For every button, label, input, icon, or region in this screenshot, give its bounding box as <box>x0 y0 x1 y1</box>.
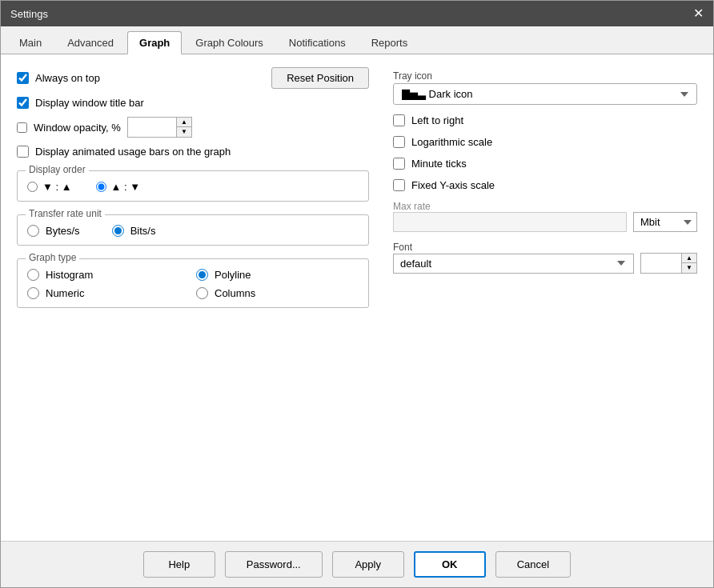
max-rate-row: 0 Mbit Kbit Gbit <box>393 212 697 232</box>
animated-bars-row: Display animated usage bars on the graph <box>17 146 369 158</box>
font-size-spin-up[interactable]: ▲ <box>682 254 696 263</box>
always-on-top-checkbox[interactable] <box>17 72 29 84</box>
always-on-top-label: Always on top <box>35 72 100 84</box>
left-column: Always on top Reset Position Display win… <box>17 67 369 528</box>
tab-graph-colours[interactable]: Graph Colours <box>183 31 275 54</box>
graph-type-legend: Graph type <box>26 252 79 263</box>
tab-advanced[interactable]: Advanced <box>55 31 126 54</box>
tab-reports[interactable]: Reports <box>359 31 420 54</box>
bits-label: Bits/s <box>130 225 156 237</box>
password-button[interactable]: Password... <box>225 551 323 578</box>
graph-type-box: Graph type Histogram Polyline Numeric <box>17 258 369 308</box>
histogram-label: Histogram <box>46 269 93 281</box>
content-area: Always on top Reset Position Display win… <box>1 54 713 541</box>
tab-main[interactable]: Main <box>7 31 54 54</box>
bits-radio[interactable] <box>112 225 124 237</box>
bytes-radio[interactable] <box>27 225 39 237</box>
minute-ticks-checkbox[interactable] <box>393 158 405 170</box>
columns-radio[interactable] <box>196 287 208 299</box>
bytes-option: Bytes/s <box>27 225 80 237</box>
display-order-label2: ▲ : ▼ <box>111 181 141 193</box>
font-size-spinners: ▲ ▼ <box>681 254 696 273</box>
opacity-spin-down[interactable]: ▼ <box>177 127 191 137</box>
font-size-input[interactable]: 0 <box>641 255 681 272</box>
tray-icon-dropdown-wrapper: ▇▅▃ Dark icon Light icon Color icon <box>393 83 697 105</box>
display-order-options: ▼ : ▲ ▲ : ▼ <box>27 181 359 193</box>
opacity-input[interactable]: 50 <box>128 119 176 136</box>
font-size-wrap: 0 ▲ ▼ <box>640 253 697 274</box>
display-order-label1: ▼ : ▲ <box>42 181 72 193</box>
bytes-label: Bytes/s <box>46 225 80 237</box>
polyline-option: Polyline <box>196 269 359 281</box>
opacity-input-wrap: 50 ▲ ▼ <box>127 117 192 138</box>
close-button[interactable]: ✕ <box>693 7 704 20</box>
fixed-y-axis-label: Fixed Y-axis scale <box>411 179 495 191</box>
tab-graph[interactable]: Graph <box>127 31 182 54</box>
polyline-label: Polyline <box>215 269 251 281</box>
logarithmic-scale-row: Logarithmic scale <box>393 136 697 148</box>
tab-bar: Main Advanced Graph Graph Colours Notifi… <box>1 26 713 54</box>
numeric-option: Numeric <box>27 287 190 299</box>
window-opacity-label: Window opacity, % <box>34 122 121 134</box>
reset-position-button[interactable]: Reset Position <box>271 67 369 89</box>
display-order-radio1[interactable] <box>27 182 38 192</box>
display-order-radio2[interactable] <box>96 182 106 192</box>
ok-button[interactable]: OK <box>414 551 486 578</box>
left-to-right-checkbox[interactable] <box>393 114 405 126</box>
max-rate-label: Max rate <box>393 201 697 212</box>
display-order-box: Display order ▼ : ▲ ▲ : ▼ <box>17 170 369 202</box>
font-select[interactable]: default <box>393 254 634 274</box>
window-title: Settings <box>10 8 48 20</box>
font-size-spin-down[interactable]: ▼ <box>682 263 696 273</box>
max-rate-input: 0 <box>393 212 627 232</box>
cancel-button[interactable]: Cancel <box>495 551 571 578</box>
help-button[interactable]: Help <box>143 551 215 578</box>
opacity-spinners: ▲ ▼ <box>176 118 191 137</box>
always-on-top-checkbox-row: Always on top <box>17 72 100 84</box>
display-order-option1: ▼ : ▲ <box>27 181 72 193</box>
graph-type-options: Histogram Polyline Numeric Columns <box>27 269 359 299</box>
numeric-radio[interactable] <box>27 287 39 299</box>
logarithmic-scale-checkbox[interactable] <box>393 136 405 148</box>
numeric-label: Numeric <box>46 287 84 299</box>
font-row: default 0 ▲ ▼ <box>393 253 697 274</box>
display-title-bar-label: Display window title bar <box>35 97 144 109</box>
fixed-y-axis-row: Fixed Y-axis scale <box>393 179 697 191</box>
animated-bars-checkbox[interactable] <box>17 146 29 158</box>
apply-button[interactable]: Apply <box>332 551 404 578</box>
tray-icon-section: Tray icon ▇▅▃ Dark icon Light icon Color… <box>393 70 697 105</box>
bits-option: Bits/s <box>112 225 156 237</box>
font-label: Font <box>393 242 697 253</box>
right-column: Tray icon ▇▅▃ Dark icon Light icon Color… <box>393 67 697 528</box>
tray-icon-label: Tray icon <box>393 70 697 82</box>
always-on-top-row: Always on top Reset Position <box>17 67 369 89</box>
window-opacity-checkbox[interactable] <box>17 122 27 133</box>
mbit-select[interactable]: Mbit Kbit Gbit <box>633 212 697 232</box>
minute-ticks-row: Minute ticks <box>393 158 697 170</box>
polyline-radio[interactable] <box>196 269 208 281</box>
left-to-right-label: Left to right <box>411 114 463 126</box>
display-title-bar-row: Display window title bar <box>17 97 369 109</box>
tray-icon-dropdown[interactable]: ▇▅▃ Dark icon Light icon Color icon <box>393 83 697 105</box>
tab-notifications[interactable]: Notifications <box>277 31 358 54</box>
window-opacity-row: Window opacity, % 50 ▲ ▼ <box>17 117 369 138</box>
left-to-right-row: Left to right <box>393 114 697 126</box>
transfer-rate-box: Transfer rate unit Bytes/s Bits/s <box>17 214 369 246</box>
columns-option: Columns <box>196 287 359 299</box>
transfer-options: Bytes/s Bits/s <box>27 225 359 237</box>
font-section: Font default 0 ▲ ▼ <box>393 242 697 274</box>
animated-bars-label: Display animated usage bars on the graph <box>35 146 231 158</box>
minute-ticks-label: Minute ticks <box>411 158 467 170</box>
fixed-y-axis-checkbox[interactable] <box>393 179 405 191</box>
footer-bar: Help Password... Apply OK Cancel <box>1 541 713 587</box>
title-bar: Settings ✕ <box>1 1 713 26</box>
settings-window: Settings ✕ Main Advanced Graph Graph Col… <box>0 0 714 588</box>
columns-label: Columns <box>215 287 255 299</box>
transfer-rate-legend: Transfer rate unit <box>26 208 105 219</box>
display-title-bar-checkbox[interactable] <box>17 97 29 109</box>
histogram-radio[interactable] <box>27 269 39 281</box>
max-rate-section: Max rate 0 Mbit Kbit Gbit <box>393 201 697 232</box>
display-order-legend: Display order <box>26 164 89 175</box>
display-order-option2: ▲ : ▼ <box>96 181 141 193</box>
opacity-spin-up[interactable]: ▲ <box>177 118 191 127</box>
